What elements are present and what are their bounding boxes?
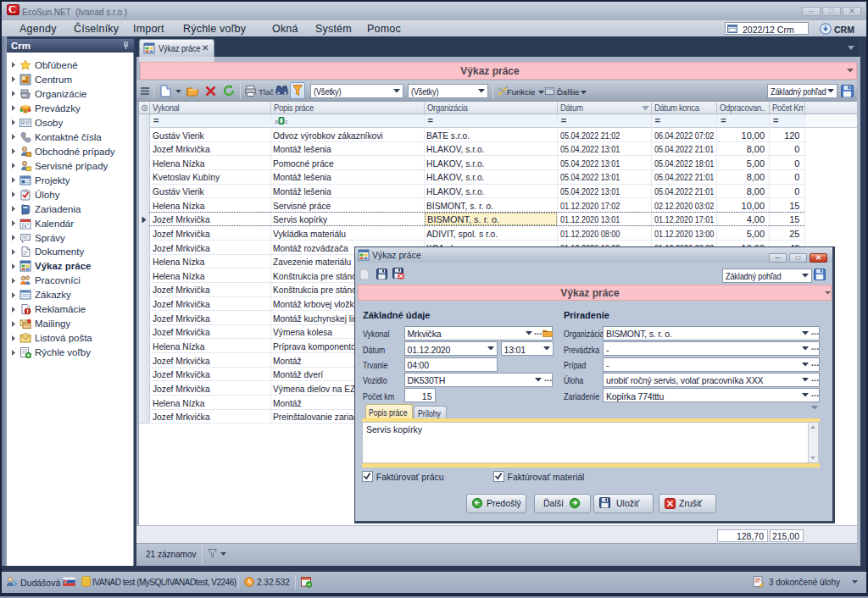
svg-text:a: a	[275, 118, 279, 125]
svg-text:c: c	[285, 118, 288, 125]
